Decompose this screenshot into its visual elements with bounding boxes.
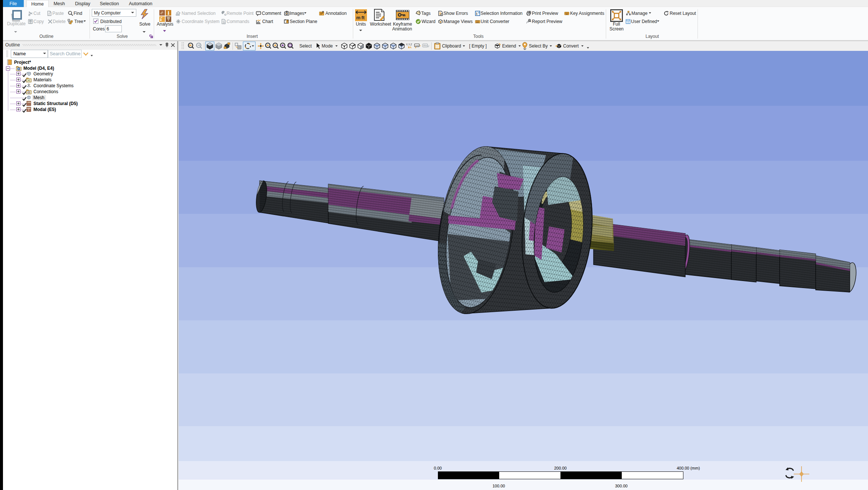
svg-text:mft: mft	[476, 21, 479, 23]
svg-text:ft: ft	[361, 15, 365, 20]
svg-text:C: C	[223, 22, 225, 24]
svg-text:X,Y,Z: X,Y,Z	[406, 43, 412, 46]
svg-text:m: m	[356, 15, 361, 20]
svg-text:100: 100	[415, 45, 419, 47]
svg-text:Abc: Abc	[423, 44, 428, 47]
svg-text:i: i	[476, 12, 477, 16]
